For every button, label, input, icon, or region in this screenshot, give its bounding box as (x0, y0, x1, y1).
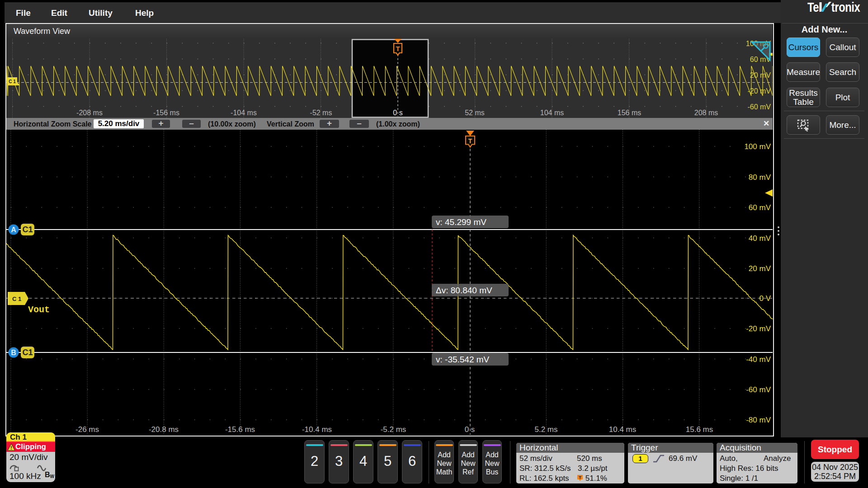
svg-text:-104 ms: -104 ms (231, 109, 257, 117)
svg-text:-80 mV: -80 mV (746, 416, 771, 424)
svg-text:20 mV: 20 mV (749, 264, 771, 273)
svg-text:60 mV: 60 mV (749, 203, 771, 212)
svg-text:Vout: Vout (28, 305, 50, 315)
svg-text:-20 mV: -20 mV (746, 324, 771, 333)
svg-text:C1: C1 (22, 225, 33, 234)
svg-text:20 mV: 20 mV (750, 71, 771, 79)
svg-text:10.4 ms: 10.4 ms (609, 425, 636, 434)
svg-text:156 ms: 156 ms (618, 109, 641, 117)
svg-text:A: A (11, 226, 16, 234)
svg-text:40 mV: 40 mV (749, 234, 771, 243)
svg-text:-40 mV: -40 mV (746, 355, 771, 364)
svg-text:208 ms: 208 ms (694, 109, 718, 117)
svg-text:80 mV: 80 mV (749, 173, 771, 182)
svg-text:0 V: 0 V (759, 294, 771, 303)
svg-text:-60 mV: -60 mV (747, 103, 771, 111)
svg-text:T: T (468, 137, 472, 145)
svg-text:v: -35.542 mV: v: -35.542 mV (436, 355, 490, 364)
svg-text:C 1: C 1 (9, 79, 16, 84)
svg-text:-60 mV: -60 mV (746, 385, 771, 394)
svg-text:T: T (396, 45, 400, 52)
svg-text:Δv: 80.840 mV: Δv: 80.840 mV (436, 286, 492, 295)
svg-text:-20.8 ms: -20.8 ms (149, 425, 179, 434)
svg-text:v: 45.299 mV: v: 45.299 mV (436, 217, 486, 227)
svg-text:5.2 ms: 5.2 ms (534, 425, 557, 434)
svg-text:Te: Te (807, 0, 819, 14)
svg-text:C 1: C 1 (12, 296, 21, 302)
svg-text:tronix: tronix (831, 0, 860, 14)
svg-text:15.6 ms: 15.6 ms (686, 425, 713, 434)
svg-text:-5.2 ms: -5.2 ms (381, 425, 406, 434)
svg-text:T: T (579, 475, 581, 480)
svg-text:-156 ms: -156 ms (153, 109, 179, 117)
svg-text:-52 ms: -52 ms (310, 109, 332, 117)
svg-text:100 mV: 100 mV (744, 142, 771, 151)
svg-text:-10.4 ms: -10.4 ms (302, 425, 332, 434)
svg-text:-26 ms: -26 ms (75, 425, 99, 434)
svg-text:C1: C1 (22, 348, 33, 357)
svg-text:-15.6 ms: -15.6 ms (225, 425, 255, 434)
svg-text:0 s: 0 s (465, 425, 475, 434)
svg-text:104 ms: 104 ms (540, 109, 564, 117)
svg-text:-208 ms: -208 ms (76, 109, 103, 117)
svg-text:52 ms: 52 ms (465, 109, 485, 117)
svg-text:B: B (11, 349, 16, 357)
